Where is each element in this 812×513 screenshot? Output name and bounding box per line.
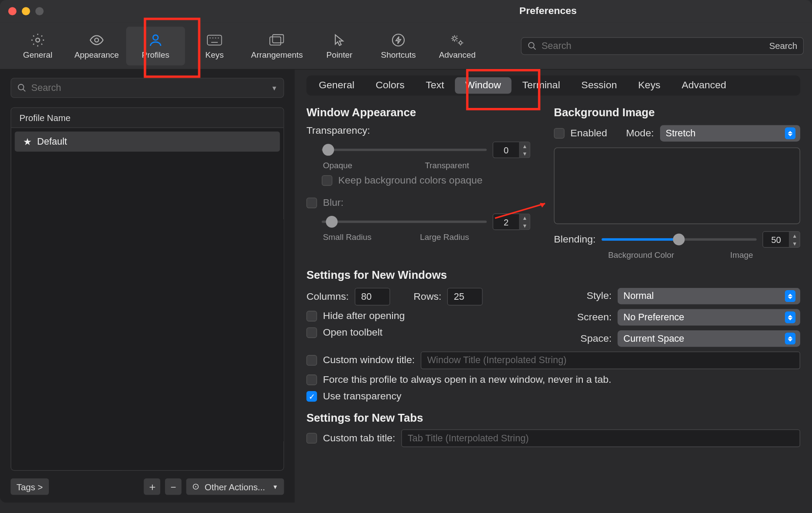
blur-max-label: Large Radius (420, 232, 469, 242)
profile-table-header[interactable]: Profile Name (11, 108, 284, 128)
blur-slider[interactable] (322, 216, 487, 228)
blending-value-input[interactable] (763, 231, 790, 248)
columns-input[interactable] (354, 288, 390, 305)
chevron-down-icon: ▼ (272, 483, 278, 490)
profile-search[interactable]: ▼ (10, 78, 284, 98)
tab-window[interactable]: Window (455, 77, 512, 94)
stepper-up[interactable]: ▲ (790, 232, 800, 239)
section-new-tabs: Settings for New Tabs (306, 412, 800, 425)
toolbar-label: Pointer (327, 50, 353, 59)
tab-advanced[interactable]: Advanced (671, 77, 737, 94)
bg-mode-select[interactable]: Stretch (660, 125, 800, 142)
close-window-button[interactable] (8, 7, 17, 15)
blending-max-label: Image (730, 250, 753, 260)
rows-input[interactable] (447, 288, 483, 305)
keep-bg-opaque-checkbox[interactable] (322, 175, 332, 186)
bg-image-well[interactable] (554, 147, 800, 224)
stepper-down[interactable]: ▼ (520, 222, 530, 230)
force-new-window-checkbox[interactable] (306, 374, 317, 385)
toolbar-item-keys[interactable]: Keys (185, 26, 244, 65)
tab-colors[interactable]: Colors (365, 77, 415, 94)
transparency-min-label: Opaque (323, 160, 352, 170)
person-icon (148, 32, 163, 48)
toolbar-label: General (23, 50, 52, 59)
eye-icon (89, 32, 104, 48)
blur-stepper[interactable]: ▲▼ (492, 214, 530, 230)
cursor-icon (332, 32, 347, 48)
blending-slider[interactable] (602, 234, 757, 246)
toolbar-item-general[interactable]: General (8, 26, 67, 65)
tab-terminal[interactable]: Terminal (512, 77, 571, 94)
zoom-window-button[interactable] (35, 7, 44, 15)
blur-value-input[interactable] (492, 214, 520, 230)
blending-stepper[interactable]: ▲▼ (763, 231, 800, 248)
toolbar-item-shortcuts[interactable]: Shortcuts (369, 26, 428, 65)
svg-point-12 (453, 37, 456, 40)
toolbar-search[interactable]: Search (521, 37, 804, 54)
add-profile-button[interactable]: ＋ (144, 478, 161, 495)
svg-point-1 (95, 38, 99, 42)
chevron-down-icon[interactable]: ▼ (271, 84, 278, 91)
transparency-label: Transparency: (306, 125, 530, 137)
other-actions-button[interactable]: ⊙ Other Actions... ▼ (186, 478, 284, 495)
toolbar-label: Arrangements (251, 50, 303, 59)
screen-select[interactable]: No Preference (618, 309, 800, 326)
open-toolbelt-checkbox[interactable] (306, 327, 317, 338)
stepper-up[interactable]: ▲ (520, 214, 530, 222)
section-background-image: Background Image (554, 106, 800, 119)
tab-text[interactable]: Text (415, 77, 455, 94)
remove-profile-button[interactable]: － (165, 478, 182, 495)
stepper-up[interactable]: ▲ (520, 142, 530, 150)
transparency-value-input[interactable] (492, 142, 520, 158)
custom-tab-title-checkbox[interactable] (306, 433, 317, 444)
space-select[interactable]: Current Space (618, 330, 800, 347)
search-icon (527, 41, 537, 51)
svg-point-14 (529, 42, 534, 48)
section-window-appearance: Window Appearance (306, 106, 530, 119)
transparency-stepper[interactable]: ▲▼ (492, 142, 530, 158)
profile-row[interactable]: ★ Default (15, 132, 280, 152)
blur-min-label: Small Radius (323, 232, 372, 242)
tab-keys[interactable]: Keys (628, 77, 671, 94)
style-select[interactable]: Normal (618, 288, 800, 305)
svg-line-17 (23, 89, 25, 91)
svg-rect-3 (207, 35, 222, 45)
tab-session[interactable]: Session (571, 77, 627, 94)
minimize-window-button[interactable] (22, 7, 30, 15)
svg-line-15 (533, 47, 536, 49)
toolbar-item-pointer[interactable]: Pointer (310, 26, 369, 65)
screen-value: No Preference (623, 312, 684, 322)
toolbar-label: Appearance (74, 50, 119, 59)
bg-enabled-label: Enabled (571, 128, 607, 139)
use-transparency-label: Use transparency (323, 391, 402, 402)
bg-enabled-checkbox[interactable] (554, 128, 564, 139)
bg-mode-label: Mode: (626, 128, 654, 139)
toolbar-item-appearance[interactable]: Appearance (67, 26, 126, 65)
toolbar-item-profiles[interactable]: Profiles (126, 26, 185, 65)
custom-tab-title-input[interactable] (401, 430, 800, 447)
profile-content: General Colors Text Window Terminal Sess… (295, 69, 812, 503)
svg-point-2 (153, 35, 158, 40)
blending-min-label: Background Color (608, 250, 674, 260)
custom-window-title-checkbox[interactable] (306, 355, 317, 366)
tab-general[interactable]: General (308, 77, 365, 94)
space-label: Space: (581, 333, 612, 344)
svg-point-16 (18, 84, 24, 90)
stepper-down[interactable]: ▼ (790, 239, 800, 247)
bolt-circle-icon (391, 32, 406, 48)
custom-window-title-input[interactable] (421, 351, 800, 369)
blending-label: Blending: (554, 234, 596, 246)
blur-checkbox[interactable] (306, 198, 317, 208)
toolbar-label: Keys (205, 50, 224, 59)
profile-search-input[interactable] (31, 83, 267, 93)
toolbar-item-arrangements[interactable]: Arrangements (244, 26, 310, 65)
use-transparency-checkbox[interactable]: ✓ (306, 391, 317, 402)
transparency-slider[interactable] (322, 144, 487, 156)
toolbar-search-input[interactable] (541, 40, 749, 51)
titlebar: Preferences (0, 0, 812, 22)
hide-after-opening-checkbox[interactable] (306, 311, 317, 321)
star-icon: ★ (23, 136, 31, 147)
stepper-down[interactable]: ▼ (520, 150, 530, 158)
toolbar-item-advanced[interactable]: Advanced (428, 26, 487, 65)
tags-button[interactable]: Tags > (10, 478, 48, 495)
